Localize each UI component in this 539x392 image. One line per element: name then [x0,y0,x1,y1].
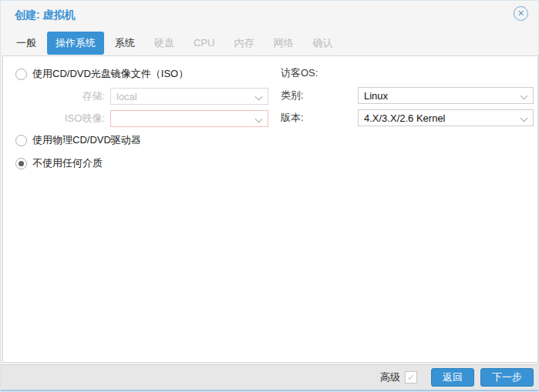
chevron-down-icon [520,115,528,122]
radio-no-media[interactable] [15,158,27,169]
tab-disk: 硬盘 [146,32,183,55]
next-button[interactable]: 下一步 [480,368,534,387]
radio-row-physical: 使用物理CD/DVD驱动器 [15,133,141,147]
os-version-combobox[interactable]: 4.X/3.X/2.6 Kernel [358,109,534,126]
tab-cpu: CPU [185,32,223,53]
os-tab-panel: 使用CD/DVD光盘镜像文件（ISO） 存储: local ISO映像: 使用物… [2,55,538,363]
advanced-checkbox[interactable]: ✓ [405,371,417,384]
storage-value: local [116,91,137,102]
dialog-footer: 高级 ✓ 返回 下一步 [1,364,538,390]
radio-physical-drive-label[interactable]: 使用物理CD/DVD驱动器 [32,133,141,147]
tab-network: 网络 [264,32,302,55]
wizard-tabbar: 一般 操作系统 系统 硬盘 CPU 内存 网络 确认 [1,30,538,55]
chevron-down-icon [520,92,528,100]
create-vm-dialog: 创建: 虚拟机 × 一般 操作系统 系统 硬盘 CPU 内存 网络 确认 使用C… [0,0,539,392]
radio-no-media-label[interactable]: 不使用任何介质 [32,156,103,170]
os-type-combobox[interactable]: Linux [358,87,534,104]
radio-physical-drive[interactable] [15,135,27,146]
dialog-title: 创建: 虚拟机 [15,8,76,22]
storage-combobox: local [110,88,268,105]
os-version-value: 4.X/3.X/2.6 Kernel [364,112,446,124]
tab-memory: 内存 [225,32,262,55]
dialog-header: 创建: 虚拟机 × [1,1,538,30]
back-button[interactable]: 返回 [431,368,474,387]
chevron-down-icon [255,93,263,101]
tab-system[interactable]: 系统 [106,32,143,55]
radio-use-iso-label[interactable]: 使用CD/DVD光盘镜像文件（ISO） [32,67,188,81]
advanced-label: 高级 [380,370,400,384]
tab-confirm: 确认 [304,32,341,55]
tab-os[interactable]: 操作系统 [47,32,104,55]
guest-os-heading: 访客OS: [281,66,318,80]
close-icon[interactable]: × [514,6,528,21]
storage-label: 存储: [14,88,105,105]
radio-use-iso[interactable] [15,69,27,80]
os-type-value: Linux [364,90,388,102]
radio-row-no-media: 不使用任何介质 [15,156,103,170]
radio-row-iso: 使用CD/DVD光盘镜像文件（ISO） [15,67,188,81]
iso-image-combobox [110,110,268,127]
chevron-down-icon [255,116,263,123]
iso-image-label: ISO映像: [14,110,105,127]
tab-general[interactable]: 一般 [8,32,45,55]
